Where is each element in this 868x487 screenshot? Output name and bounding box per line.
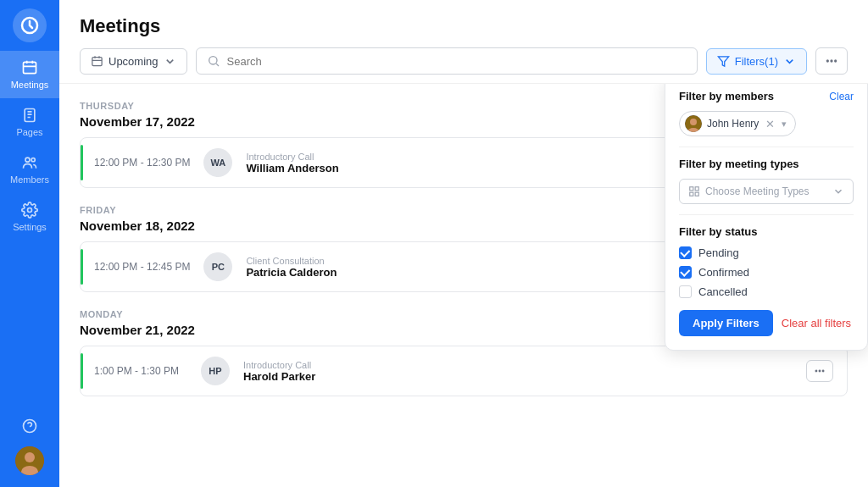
status-confirmed: Confirmed: [679, 266, 854, 279]
filter-icon: [717, 55, 730, 68]
sidebar-item-members[interactable]: Members: [0, 146, 59, 193]
svg-point-4: [31, 158, 35, 162]
svg-rect-30: [695, 192, 698, 196]
grid-icon: [688, 185, 700, 197]
filters-chevron-icon: [783, 55, 796, 68]
sidebar-logo: [13, 8, 47, 42]
toolbar: Upcoming Filters(1): [80, 47, 848, 75]
filter-panel: Filter by members Clear John Henry ✕ ▾: [665, 84, 868, 351]
svg-point-13: [831, 60, 832, 62]
filters-label: Filters(1): [735, 55, 778, 68]
avatar: PC: [203, 252, 232, 281]
filter-divider-2: [679, 214, 854, 215]
svg-rect-28: [695, 187, 698, 191]
meeting-name: Harold Parker: [243, 370, 793, 383]
filter-types-title: Filter by meeting types: [679, 158, 854, 170]
svg-point-11: [209, 57, 216, 64]
user-avatar[interactable]: [15, 446, 44, 475]
svg-point-14: [835, 60, 837, 62]
filter-status-title: Filter by status: [679, 225, 854, 238]
svg-rect-27: [690, 187, 693, 191]
sidebar-item-settings[interactable]: Settings: [0, 193, 59, 241]
sidebar-item-pages[interactable]: Pages: [0, 98, 59, 146]
member-chip-avatar: [685, 115, 702, 132]
pending-label: Pending: [698, 246, 739, 259]
upcoming-button[interactable]: Upcoming: [80, 48, 187, 75]
confirmed-checkbox[interactable]: [679, 266, 692, 279]
meeting-time: 12:00 PM - 12:30 PM: [94, 157, 190, 169]
svg-point-12: [827, 60, 829, 62]
status-pending: Pending: [679, 246, 854, 259]
chevron-down-icon: ▾: [782, 119, 787, 130]
member-name: John Henry: [707, 118, 759, 130]
content-area: THURSDAY November 17, 2022 12:00 PM - 12…: [59, 84, 868, 487]
svg-rect-1: [24, 62, 36, 73]
filter-members-title: Filter by members Clear: [679, 90, 854, 102]
meeting-info: Introductory Call Harold Parker: [243, 360, 793, 383]
meeting-types-placeholder: Choose Meeting Types: [705, 185, 810, 197]
header: Meetings Upcoming: [59, 0, 868, 84]
sidebar-item-help[interactable]: [21, 418, 38, 434]
svg-point-23: [822, 370, 823, 371]
sidebar-item-meetings-label: Meetings: [11, 80, 49, 90]
pending-checkbox[interactable]: [679, 246, 692, 259]
svg-point-8: [25, 452, 35, 462]
filter-divider-1: [679, 147, 854, 147]
meeting-time: 12:00 PM - 12:45 PM: [94, 261, 190, 273]
svg-point-22: [819, 370, 820, 371]
meeting-row: 1:00 PM - 1:30 PM HP Introductory Call H…: [80, 346, 848, 396]
avatar: WA: [203, 148, 232, 177]
filter-members-clear[interactable]: Clear: [829, 91, 854, 102]
remove-member-icon[interactable]: ✕: [765, 118, 775, 130]
sidebar: Meetings Pages Members Settings: [0, 0, 59, 487]
sidebar-bottom: [15, 418, 44, 487]
meeting-type: Introductory Call: [243, 360, 793, 370]
page-title: Meetings: [80, 15, 848, 37]
confirmed-label: Confirmed: [698, 266, 749, 279]
meeting-types-select[interactable]: Choose Meeting Types: [679, 179, 854, 204]
search-icon: [207, 54, 220, 68]
status-cancelled: Cancelled: [679, 285, 854, 298]
more-icon: [825, 54, 838, 68]
sidebar-item-settings-label: Settings: [13, 222, 47, 232]
svg-rect-10: [92, 57, 102, 65]
filter-actions: Apply Filters Clear all filters: [679, 310, 854, 336]
filters-button[interactable]: Filters(1): [706, 48, 807, 75]
main-content: Meetings Upcoming: [59, 0, 868, 487]
svg-point-25: [690, 119, 697, 125]
svg-rect-29: [690, 192, 693, 196]
meeting-more-button[interactable]: [806, 360, 833, 382]
sidebar-item-pages-label: Pages: [16, 127, 42, 137]
search-input[interactable]: [227, 55, 687, 68]
clear-all-filters-button[interactable]: Clear all filters: [782, 317, 851, 329]
cancelled-label: Cancelled: [698, 285, 748, 298]
more-options-button[interactable]: [815, 47, 848, 75]
more-icon: [814, 365, 826, 377]
upcoming-label: Upcoming: [108, 55, 159, 68]
member-chip[interactable]: John Henry ✕ ▾: [679, 111, 796, 136]
svg-point-21: [815, 370, 816, 371]
avatar: HP: [201, 357, 230, 385]
chevron-down-icon: [832, 185, 844, 197]
cancelled-checkbox[interactable]: [679, 285, 692, 298]
meeting-time: 1:00 PM - 1:30 PM: [94, 365, 187, 377]
apply-filters-button[interactable]: Apply Filters: [679, 310, 773, 336]
sidebar-item-meetings[interactable]: Meetings: [0, 51, 59, 98]
search-box: [196, 47, 698, 75]
sidebar-item-members-label: Members: [10, 174, 49, 185]
svg-point-3: [25, 158, 30, 162]
svg-point-5: [28, 208, 32, 213]
